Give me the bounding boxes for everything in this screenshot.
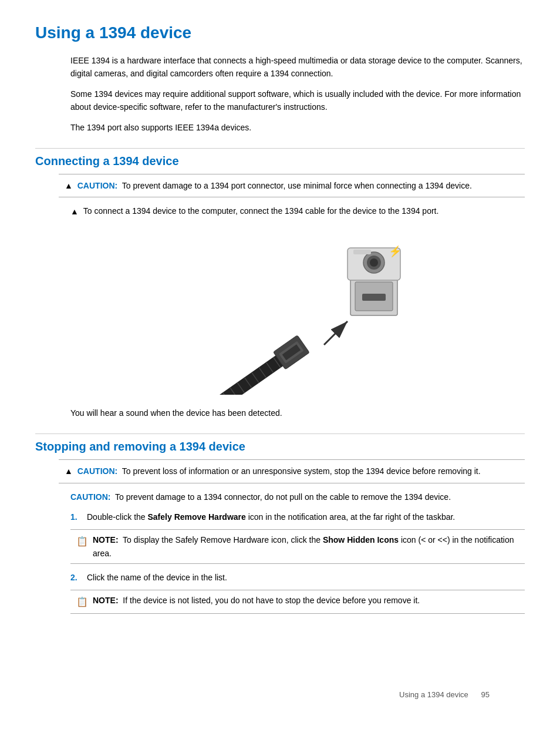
page-title: Using a 1394 device	[35, 23, 525, 42]
caution-block-3: CAUTION: To prevent damage to a 1394 con…	[70, 490, 525, 503]
step2-block: 2. Click the name of the device in the l…	[70, 571, 525, 584]
svg-rect-3	[362, 294, 386, 301]
svg-rect-8	[353, 250, 371, 254]
intro-para2: Some 1394 devices may require additional…	[70, 88, 525, 114]
step1-content: Double-click the Safely Remove Hardware …	[87, 510, 455, 523]
footer: Using a 1394 device 95	[399, 690, 490, 699]
cable-image-container: ⚡	[70, 230, 525, 395]
caution1-label: CAUTION:	[77, 181, 117, 190]
step1-number: 1.	[70, 510, 82, 523]
caution-block-1: ▲ CAUTION: To prevent damage to a 1394 p…	[59, 174, 525, 197]
note2-content: NOTE: If the device is not listed, you d…	[93, 594, 420, 607]
note-icon-1: 📋	[76, 534, 88, 549]
footer-page: 95	[481, 690, 490, 699]
cable-illustration: ⚡	[174, 230, 421, 395]
intro-para3: The 1394 port also supports IEEE 1394a d…	[70, 121, 525, 134]
step1-block: 1. Double-click the Safely Remove Hardwa…	[70, 510, 525, 523]
note-icon-2: 📋	[76, 594, 88, 610]
caution-triangle-icon: ▲	[65, 181, 73, 190]
section1-title: Connecting a 1394 device	[35, 148, 525, 168]
caution-triangle-icon-2: ▲	[65, 466, 73, 476]
step2-number: 2.	[70, 571, 82, 584]
svg-text:⚡: ⚡	[389, 245, 402, 258]
note-block-1: 📋 NOTE: To display the Safely Remove Har…	[70, 529, 525, 564]
note-block-2: 📋 NOTE: If the device is not listed, you…	[70, 590, 525, 614]
footer-text: Using a 1394 device	[399, 690, 468, 699]
svg-point-7	[370, 258, 378, 267]
sound-text: You will hear a sound when the device ha…	[70, 406, 525, 419]
bullet-triangle-icon: ▲	[70, 205, 79, 218]
caution1-text: To prevent damage to a 1394 port connect…	[122, 181, 472, 190]
caution2-text: To prevent loss of information or an unr…	[122, 466, 481, 476]
connect-step-text: To connect a 1394 device to the computer…	[83, 204, 439, 218]
intro-para1: IEEE 1394 is a hardware interface that c…	[70, 54, 525, 80]
caution3-label: CAUTION:	[70, 492, 110, 502]
connect-step: ▲ To connect a 1394 device to the comput…	[70, 204, 525, 218]
caution-block-2: ▲ CAUTION: To prevent loss of informatio…	[59, 459, 525, 483]
section2-title: Stopping and removing a 1394 device	[35, 434, 525, 453]
caution2-label: CAUTION:	[77, 466, 117, 476]
caution3-text: To prevent damage to a 1394 connector, d…	[115, 492, 451, 502]
step2-text: Click the name of the device in the list…	[87, 571, 227, 584]
note1-content: NOTE: To display the Safely Remove Hardw…	[93, 533, 519, 560]
